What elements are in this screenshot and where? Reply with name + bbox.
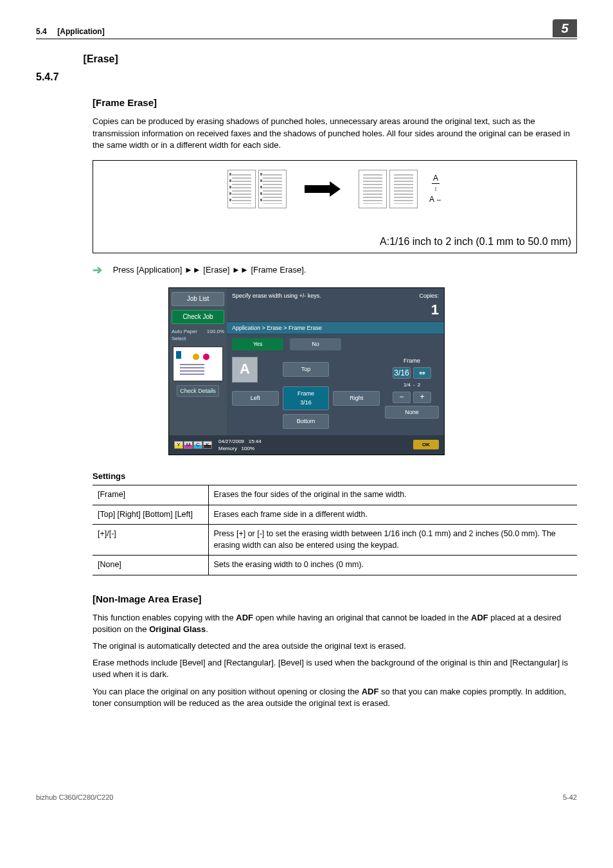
arrow-icon	[305, 181, 341, 197]
p1-adf1: ADF	[236, 613, 253, 622]
non-image-p1: This function enables copying with the A…	[93, 612, 577, 635]
scale-sep: -	[413, 381, 415, 388]
ui-breadcrumb: Application > Erase > Frame Erase	[227, 321, 444, 335]
setting-key: [+]/[-]	[93, 525, 208, 556]
step-arrow-icon: ➔	[93, 262, 102, 278]
none-button[interactable]: None	[385, 406, 439, 419]
settings-table: [Frame]Erases the four sides of the orig…	[93, 485, 577, 575]
datetime-block: 04/27/2009 15:44 Memory 100%	[218, 438, 262, 452]
nav-sep1: ►►	[184, 265, 201, 275]
section-heading-row: 5.4.7 [Erase]	[36, 52, 577, 84]
document-before	[227, 170, 287, 208]
orientation-icon: A	[232, 357, 258, 383]
footer-time: 15:44	[249, 439, 262, 444]
toner-levels: Y M C K	[174, 441, 212, 449]
setting-val: Erases each frame side in a different wi…	[208, 505, 577, 525]
section-title: [Erase]	[84, 52, 118, 84]
toner-m: M	[186, 441, 191, 448]
nav-sep2: ►►	[232, 265, 249, 275]
ui-main-area: Specify erase width using +/- keys. Copi…	[227, 288, 444, 435]
header-sec-num: 5.4	[36, 27, 47, 36]
p4-adf: ADF	[362, 687, 379, 696]
top-button[interactable]: Top	[283, 362, 330, 377]
job-list-button[interactable]: Job List	[172, 292, 224, 306]
toner-c: C	[196, 441, 200, 448]
non-image-heading: [Non-Image Area Erase]	[93, 592, 577, 606]
yes-button[interactable]: Yes	[232, 338, 283, 350]
diagram-caption: A:1/16 inch to 2 inch (0.1 mm to 50.0 mm…	[380, 235, 571, 249]
frame-button-value: 3/16	[283, 399, 329, 407]
frame-adjust-panel: Frame 3/16 ⇔ 1/4 - 2 − + None	[385, 357, 439, 429]
p4-a: You can place the original on any positi…	[93, 687, 362, 696]
zoom-percent: 100.0%	[207, 328, 224, 342]
marker-a-vert: A	[432, 173, 440, 185]
footer-page: 5-42	[563, 793, 577, 802]
frame-panel-label: Frame	[385, 357, 439, 365]
toner-k: K	[206, 441, 209, 448]
setting-key: [Top] [Right] [Bottom] [Left]	[93, 505, 208, 525]
left-button[interactable]: Left	[232, 391, 279, 406]
footer-date: 04/27/2009	[218, 439, 244, 444]
table-row: [+]/[-]Press [+] or [-] to set the erasi…	[93, 525, 577, 556]
bottom-button[interactable]: Bottom	[283, 414, 330, 429]
frame-erase-diagram: A ↕ A↔ A:1/16 inch to 2 inch (0.1 mm to …	[93, 160, 577, 253]
header-left: 5.4 [Application]	[36, 26, 105, 37]
setting-val: Erases the four sides of the original in…	[208, 485, 577, 505]
p1-glass: Original Glass	[149, 624, 206, 634]
page-footer: bizhub C360/C280/C220 5-42	[36, 793, 577, 802]
nav-step2: [Erase]	[203, 265, 232, 275]
margin-markers: A ↕ A↔	[429, 173, 442, 206]
plus-button[interactable]: +	[413, 392, 431, 403]
setting-key: [None]	[93, 556, 208, 575]
auto-paper-indicator: Auto Paper Select 100.0%	[172, 328, 224, 342]
nav-step3: [Frame Erase].	[251, 265, 306, 275]
scale-right: 2	[418, 381, 420, 388]
table-row: [Top] [Right] [Bottom] [Left]Erases each…	[93, 505, 577, 525]
header-sec-label: [Application]	[57, 27, 104, 36]
ui-footer: Y M C K 04/27/2009 15:44 Memory 100% OK	[169, 435, 444, 455]
minus-button[interactable]: −	[393, 392, 411, 403]
auto-paper-label: Auto Paper Select	[172, 328, 207, 342]
copies-counter: Copies: 1	[419, 292, 439, 320]
frame-erase-heading: [Frame Erase]	[93, 96, 577, 109]
memory-value: 100%	[242, 446, 254, 451]
frame-erase-intro: Copies can be produced by erasing shadow…	[93, 116, 577, 151]
copies-label: Copies:	[419, 292, 439, 300]
ui-left-column: Job List Check Job Auto Paper Select 100…	[169, 288, 227, 435]
page-preview	[173, 347, 223, 381]
non-image-p2: The original is automatically detected a…	[93, 640, 577, 652]
table-row: [None]Sets the erasing width to 0 inches…	[93, 556, 577, 575]
marker-a-horz: A	[429, 194, 434, 205]
copies-value: 1	[419, 300, 439, 320]
running-header: 5.4 [Application] 5	[36, 19, 577, 39]
diagram-content: A ↕ A↔	[93, 170, 576, 208]
non-image-p4: You can place the original on any positi…	[93, 686, 577, 709]
section-number: 5.4.7	[36, 70, 59, 84]
toner-y: Y	[177, 441, 180, 448]
p1-adf2: ADF	[471, 613, 488, 622]
footer-model: bizhub C360/C280/C220	[36, 793, 113, 802]
nav-prefix: Press [Application]	[113, 265, 184, 275]
ok-button[interactable]: OK	[413, 440, 439, 449]
setting-val: Press [+] or [-] to set the erasing widt…	[208, 525, 577, 556]
value-display-top-right: ⇔	[413, 367, 431, 379]
navigation-instruction: ➔ Press [Application] ►► [Erase] ►► [Fra…	[93, 262, 577, 278]
right-button[interactable]: Right	[333, 391, 380, 406]
table-row: [Frame]Erases the four sides of the orig…	[93, 485, 577, 505]
scale-left: 1/4	[404, 381, 411, 388]
value-display-top-left: 3/16	[393, 367, 411, 379]
p1-a: This function enables copying with the	[93, 613, 236, 622]
setting-key: [Frame]	[93, 485, 208, 505]
no-button[interactable]: No	[290, 338, 341, 350]
document-after	[359, 170, 418, 208]
p1-g: .	[206, 624, 208, 634]
frame-button[interactable]: Frame 3/16	[283, 386, 330, 410]
check-job-button[interactable]: Check Job	[172, 310, 224, 324]
check-details-button[interactable]: Check Details	[177, 385, 219, 397]
chapter-badge: 5	[553, 19, 577, 37]
frame-button-label: Frame	[283, 390, 329, 398]
chapter-number: 5	[561, 19, 568, 37]
setting-val: Sets the erasing width to 0 inches (0 mm…	[208, 556, 577, 575]
p1-c: open while having an original that canno…	[253, 613, 471, 622]
hint-text: Specify erase width using +/- keys.	[232, 292, 321, 320]
